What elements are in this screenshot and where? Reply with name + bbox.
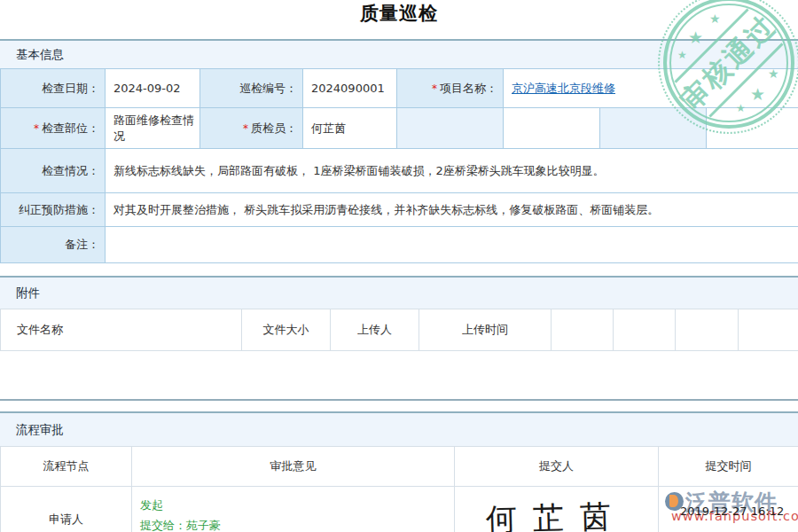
project-name-link[interactable]: 京沪高速北京段维修 [512, 82, 615, 95]
empty-cell [614, 309, 676, 351]
inspect-part-value: 路面维修检查情况 [106, 108, 200, 149]
attachments-table: 文件名称 文件大小 上传人 上传时间 [0, 309, 798, 351]
patrol-no-value: 2024090001 [303, 69, 397, 108]
flow-col-submittime: 提交时间 [659, 447, 798, 487]
approval-row: 申请人 发起 提交给：苑子豪 何芷茵 泛普软件 www.fanpusoft.co… [1, 487, 798, 532]
required-marker: * [432, 82, 437, 95]
empty-cell [707, 108, 798, 149]
section-approval-flow: 流程审批 [0, 411, 798, 446]
remark-value [106, 227, 798, 263]
project-name-cell: 京沪高速北京段维修 [504, 69, 798, 108]
attach-col-filesize: 文件大小 [242, 309, 331, 351]
attachments-bottom-border [0, 399, 798, 401]
approval-table: 流程节点 审批意见 提交人 提交时间 申请人 发起 提交给：苑子豪 何芷茵 泛普… [0, 446, 798, 532]
empty-cell [397, 108, 504, 149]
inspect-result-value: 新线标志标线缺失，局部路面有破板， 1座桥梁桥面铺装破损，2座桥梁桥头跳车现象比… [106, 149, 798, 193]
required-marker: * [34, 122, 39, 135]
attach-col-filename: 文件名称 [1, 309, 242, 351]
inspector-label: *质检员： [200, 108, 303, 149]
approval-submitter-cell: 何芷茵 [455, 487, 659, 532]
section-attachments-title: 附件 [16, 286, 40, 301]
submit-time: 2019-12-27 16:12 [680, 505, 784, 518]
empty-cell [600, 108, 707, 149]
corrective-value: 对其及时开展整治措施， 桥头跳车拟采用沥青砼接线，并补齐缺失标志标线，修复破板路… [106, 193, 798, 227]
inspector-value: 何芷茵 [303, 108, 397, 149]
inspect-part-label: *检查部位： [1, 108, 106, 149]
handwritten-signature: 何芷茵 [485, 496, 627, 532]
required-marker: * [243, 122, 248, 135]
project-name-label: *项目名称： [397, 69, 504, 108]
section-approval-flow-title: 流程审批 [16, 422, 64, 438]
flow-col-submitter: 提交人 [455, 447, 659, 487]
empty-cell [739, 309, 798, 351]
basic-info-table: 检查日期： 2024-09-02 巡检编号： 2024090001 *项目名称：… [0, 68, 798, 263]
page-title: 质量巡检 [0, 0, 798, 27]
empty-cell [504, 108, 600, 149]
section-basic-info: 基本信息 [0, 39, 798, 68]
section-attachments: 附件 [0, 276, 798, 309]
inspect-date-label: 检查日期： [1, 69, 106, 108]
approval-opinion: 发起 提交给：苑子豪 [132, 487, 455, 532]
approval-time-cell: 泛普软件 www.fanpusoft.com 2019-12-27 16:12 [659, 487, 798, 532]
patrol-no-label: 巡检编号： [200, 69, 303, 108]
flow-col-node: 流程节点 [1, 447, 132, 487]
inspect-result-label: 检查情况： [1, 149, 106, 193]
attach-col-uploader: 上传人 [331, 309, 419, 351]
corrective-label: 纠正预防措施： [1, 193, 106, 227]
empty-cell [552, 309, 614, 351]
inspect-date-value: 2024-09-02 [106, 69, 200, 108]
attach-col-uploadtime: 上传时间 [419, 309, 552, 351]
approval-node: 申请人 [1, 487, 132, 532]
remark-label: 备注： [1, 227, 106, 263]
flow-col-opinion: 审批意见 [132, 447, 455, 487]
empty-cell [676, 309, 739, 351]
approval-opinion-action: 发起 [140, 496, 454, 516]
section-basic-info-title: 基本信息 [16, 47, 64, 63]
approval-opinion-submitto: 提交给：苑子豪 [140, 516, 454, 532]
